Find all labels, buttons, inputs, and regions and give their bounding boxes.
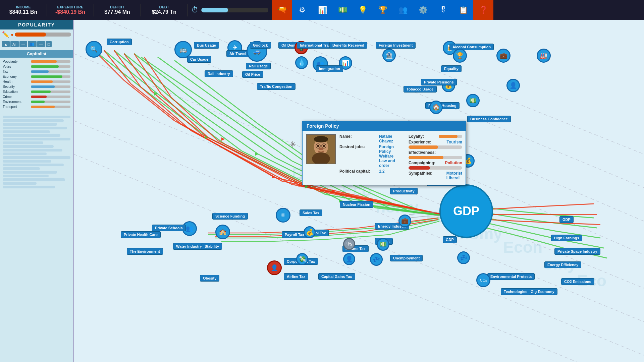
obesity-label[interactable]: Obesity <box>200 275 219 282</box>
rail-industry-label[interactable]: Rail Industry <box>205 70 233 77</box>
science-funding-label[interactable]: Science Funding <box>212 213 248 220</box>
popularity-bar-row: ✏️ ● <box>0 29 73 40</box>
tr-circle6[interactable]: 💵 <box>466 94 480 107</box>
bulb-button[interactable]: 💡 <box>353 0 373 20</box>
unemployment-label[interactable]: Unemployment <box>390 255 423 261</box>
nuclear-circle[interactable]: ⚛ <box>276 208 290 223</box>
capital-gains-label[interactable]: Capital Gains Tax <box>318 273 355 280</box>
circle-icon: ● <box>11 32 13 37</box>
unemployment-circle[interactable]: 💤 <box>370 253 383 266</box>
airline-tax-label[interactable]: Airline Tax <box>284 273 308 280</box>
payroll-circle[interactable]: 💰 <box>304 226 316 238</box>
private-space-label[interactable]: High Earnings <box>551 235 582 241</box>
income-circle[interactable]: % <box>343 238 355 250</box>
private-pensions-label[interactable]: Private Pensions <box>421 79 457 85</box>
dollar-button[interactable]: 💵 <box>332 0 353 20</box>
svg-marker-17 <box>221 137 225 141</box>
sales-tax-label[interactable]: Sales Tax <box>300 209 322 216</box>
air-travel-label[interactable]: Air Travel <box>226 50 249 57</box>
private-hc-label[interactable]: Private Health Care <box>121 231 161 238</box>
sympathies-row: Sympathies: MotoristLiberal <box>409 171 462 180</box>
map-area: Economy Eco nomy Eco nomy Econ omy Eco <box>74 20 644 362</box>
equality-label[interactable]: Equality <box>441 65 462 72</box>
tobacco-label[interactable]: Tobacco Usage <box>404 86 437 93</box>
env-protests-label[interactable]: Energy Efficiency <box>544 261 581 268</box>
trophy-button[interactable]: 🏆 <box>373 0 393 20</box>
corruption-label[interactable]: Corruption <box>107 39 132 45</box>
traffic-congestion-label[interactable]: Traffic Congestion <box>257 83 296 90</box>
gdp-circle[interactable]: GDP <box>439 184 493 238</box>
sort-people-btn[interactable]: 👥 <box>28 41 37 47</box>
nuclear-label[interactable]: Nuclear Fission <box>340 201 373 208</box>
group-button[interactable]: 👥 <box>393 0 413 20</box>
sort-box-btn[interactable]: □ <box>46 41 52 47</box>
co2-label[interactable]: Environmental Protests <box>487 273 535 280</box>
tr-circle5[interactable]: 🏠 <box>429 101 443 114</box>
gear-button[interactable]: ⚙️ <box>413 0 433 20</box>
people-button[interactable]: ⚙ <box>292 0 312 20</box>
oil-demand-circle[interactable]: 💧 <box>295 56 308 69</box>
pencil-icon: ✏️ <box>2 31 9 38</box>
airline-circle[interactable]: 💸 <box>296 253 308 265</box>
immigration-label[interactable]: Immigration <box>316 65 343 72</box>
crime-circle[interactable]: 🔍 <box>86 41 102 58</box>
expenditure-block: EXPENDITURE -$840.19 Bn <box>47 4 94 16</box>
sort-bar-btn[interactable]: — <box>19 41 27 47</box>
sort-up-btn[interactable]: ▲ <box>2 41 10 47</box>
private-schools-label[interactable]: Private Schools <box>152 225 186 231</box>
environment-label[interactable]: The Environment <box>127 248 163 255</box>
rail-usage-label[interactable]: Rail Usage <box>246 63 271 69</box>
stability-label[interactable]: Stability <box>202 243 222 250</box>
medal-button[interactable]: 🎖 <box>433 0 453 20</box>
tr-circle2[interactable]: 💼 <box>496 49 511 63</box>
currency-label[interactable]: Technologies <box>501 288 530 295</box>
help-button[interactable]: ❓ <box>473 0 493 20</box>
bus-usage-label[interactable]: Bus Usage <box>194 42 219 49</box>
popup-name-row: Name: Natalie Chavez <box>339 134 405 143</box>
tr-circle3[interactable]: 🏭 <box>537 49 551 63</box>
popup-capital-row: Political capital: 1.2 <box>339 169 405 174</box>
gun-button[interactable]: 🔫 <box>272 0 292 20</box>
gig-economy-label[interactable]: CO2 Emissions <box>561 278 594 285</box>
gridlock-label[interactable]: Gridlock <box>250 42 271 49</box>
corp-circle[interactable]: 👤 <box>343 253 355 265</box>
energy-circle[interactable]: 💼 <box>398 215 411 227</box>
car-usage-label[interactable]: Car Usage <box>187 56 211 63</box>
experience-row: Experience: Tourism <box>409 140 462 144</box>
timer-fill <box>201 8 228 12</box>
tr-circle4[interactable]: 🏦 <box>382 49 396 62</box>
tr-circle7[interactable]: 👤 <box>506 79 520 92</box>
list-button[interactable]: 📋 <box>453 0 473 20</box>
lines-svg <box>74 20 644 362</box>
timer-block: ⏱ <box>188 6 272 14</box>
sidebar-group-row8: Crime <box>0 94 73 99</box>
timer-bar <box>201 8 268 12</box>
private-schools-circle[interactable]: 🏫 <box>215 225 230 239</box>
productivity-label[interactable]: Productivity <box>390 188 418 194</box>
income-value: $840.11 Bn <box>9 9 38 15</box>
income-label: INCOME <box>16 5 31 9</box>
chart-button[interactable]: 📊 <box>312 0 332 20</box>
co2-circle[interactable]: CO₂ <box>476 273 490 287</box>
minister-portrait <box>306 134 336 164</box>
energy-efficiency-label[interactable]: Private Space Industry <box>554 248 600 255</box>
tr-circle1[interactable]: 🏆 <box>453 49 467 63</box>
high-earnings-label[interactable]: GDP <box>559 216 574 223</box>
technologies-label[interactable]: Gig Economy <box>528 288 557 295</box>
popularity-bar <box>15 33 71 37</box>
foreign-invest-label[interactable]: Foreign Investment <box>376 42 416 49</box>
deficit-block: DEFICIT $77.94 Mn <box>94 4 141 16</box>
oil-price-label[interactable]: Oil Price <box>242 71 263 78</box>
water-industry-label[interactable]: Water Industry <box>173 243 205 250</box>
wages-circle[interactable]: 💵 <box>377 238 389 251</box>
biz-confidence-label[interactable]: Business Confidence <box>467 116 511 122</box>
sort-dash-btn[interactable]: — <box>37 41 45 47</box>
svg-marker-15 <box>332 189 335 193</box>
unemp2-circle[interactable]: 💤 <box>457 251 470 264</box>
sort-alpha-btn[interactable]: A↑ <box>10 41 19 47</box>
svg-line-19 <box>291 142 294 146</box>
obesity-circle[interactable]: 👤 <box>267 260 282 275</box>
benefits-label[interactable]: Benefits Received <box>329 42 367 49</box>
sidebar-group-row4: Economy <box>0 74 73 79</box>
gdp-label[interactable]: GDP <box>443 236 457 243</box>
